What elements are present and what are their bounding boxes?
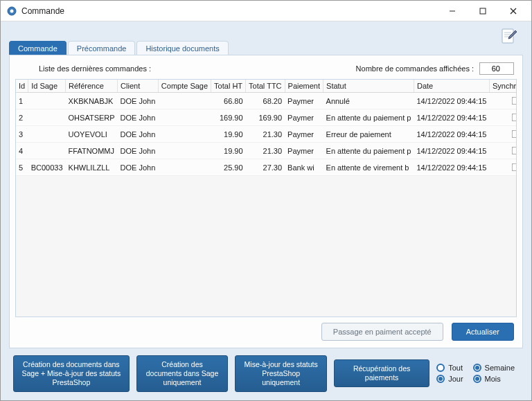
col-ref[interactable]: Référence (66, 80, 118, 93)
refresh-button[interactable]: Actualiser (452, 323, 514, 341)
tabstrip: Commande Précommande Historique document… (9, 38, 523, 55)
tab-historique[interactable]: Historique documents (136, 41, 228, 55)
panel-header: Liste des dernières commandes : Nombre d… (15, 62, 517, 75)
table-row[interactable]: 3UOYEVOLIDOE John19.9021.30PaymerErreur … (16, 126, 517, 143)
radio-tout[interactable]: Tout (436, 364, 463, 372)
fetch-payments-button[interactable]: Récupération des paiements (334, 359, 429, 387)
svg-rect-3 (480, 8, 486, 14)
count-input[interactable] (479, 62, 514, 75)
sync-checkbox[interactable] (512, 114, 517, 122)
tab-panel: Liste des dernières commandes : Nombre d… (9, 55, 523, 348)
maximize-button[interactable] (468, 1, 498, 21)
col-idsage[interactable]: Id Sage (28, 80, 66, 93)
col-sync[interactable]: Synchronisée (489, 80, 517, 93)
radio-semaine[interactable]: Semaine (473, 364, 515, 372)
sync-checkbox[interactable] (512, 147, 517, 155)
close-button[interactable] (498, 1, 529, 21)
client-area: Commande Précommande Historique document… (1, 21, 531, 400)
window-title: Commande (21, 6, 437, 16)
edit-document-icon (499, 27, 519, 46)
tab-precommande[interactable]: Précommande (68, 41, 136, 55)
table-row[interactable]: 5BC00033KHWLILZLLDOE John25.9027.30Bank … (16, 159, 517, 176)
panel-actions: Passage en paiment accepté Actualiser (15, 317, 517, 342)
app-icon (6, 6, 17, 17)
create-sage-update-presta-button[interactable]: Création des documents dans Sage + Mise-… (13, 355, 130, 392)
svg-point-1 (10, 9, 14, 12)
update-presta-only-button[interactable]: Mise-à-jour des statuts PrestaShop uniqu… (235, 355, 327, 392)
bottom-bar: Création des documents dans Sage + Mise-… (9, 348, 523, 395)
table-row[interactable]: 1XKBKNABJKDOE John66.8068.20PaymerAnnulé… (16, 93, 517, 109)
col-compte[interactable]: Compte Sage (158, 80, 211, 93)
table-row[interactable]: 2OHSATSERPDOE John169.90169.90PaymerEn a… (16, 109, 517, 126)
create-sage-only-button[interactable]: Création des documents dans Sage uniquem… (136, 355, 229, 392)
radio-mois[interactable]: Mois (473, 375, 515, 383)
period-radio-group: Tout Semaine Jour Mois (436, 364, 519, 383)
col-date[interactable]: Date (414, 80, 489, 93)
titlebar: Commande (1, 1, 531, 21)
sync-checkbox[interactable] (512, 163, 517, 172)
sync-checkbox[interactable] (512, 130, 517, 139)
col-id[interactable]: Id (16, 80, 28, 93)
tab-commande[interactable]: Commande (9, 41, 66, 55)
accept-payment-button[interactable]: Passage en paiment accepté (321, 323, 443, 341)
app-window: Commande Commande Précommande Historique… (0, 0, 532, 401)
col-ht[interactable]: Total HT (211, 80, 246, 93)
table-row[interactable]: 4FFATNOMMJDOE John19.9021.30PaymerEn att… (16, 143, 517, 159)
orders-grid[interactable]: Id Id Sage Référence Client Compte Sage … (15, 79, 517, 317)
col-pay[interactable]: Paiement (285, 80, 323, 93)
radio-jour[interactable]: Jour (436, 375, 463, 383)
minimize-button[interactable] (437, 1, 468, 21)
list-label: Liste des dernières commandes : (39, 64, 151, 73)
grid-header-row: Id Id Sage Référence Client Compte Sage … (16, 80, 517, 93)
col-statut[interactable]: Statut (323, 80, 414, 93)
sync-checkbox[interactable] (512, 97, 517, 105)
col-client[interactable]: Client (118, 80, 159, 93)
count-label: Nombre de commandes affichées : (356, 64, 474, 73)
col-ttc[interactable]: Total TTC (246, 80, 285, 93)
window-controls (437, 1, 529, 21)
